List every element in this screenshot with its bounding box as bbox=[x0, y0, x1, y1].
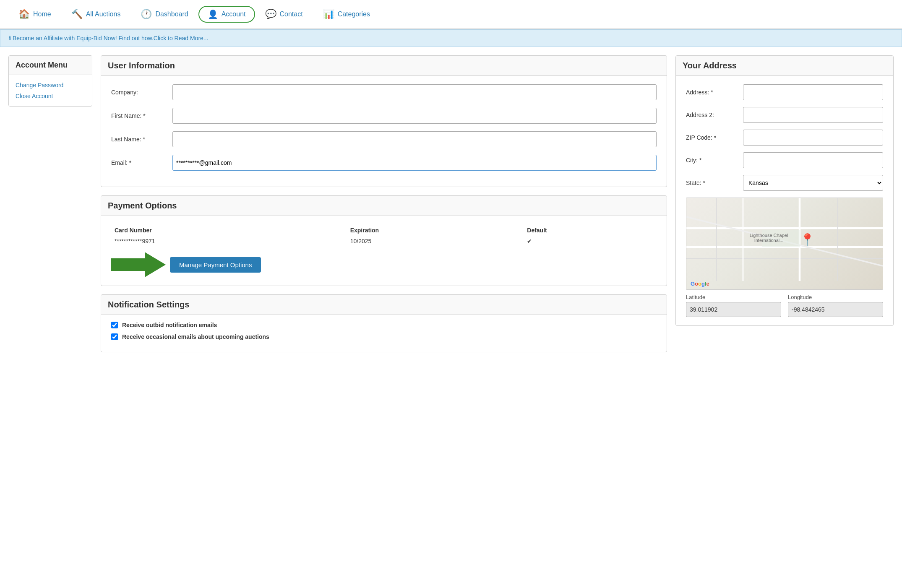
card-number-value: ************9971 bbox=[111, 236, 347, 246]
address1-label: Address: * bbox=[686, 89, 736, 96]
zip-label: ZIP Code: * bbox=[686, 134, 736, 141]
nav-home[interactable]: 🏠 Home bbox=[8, 9, 61, 20]
user-info-body: Company: First Name: * Last Name: * Emai… bbox=[101, 76, 667, 187]
main-container: Account Menu Change Password Close Accou… bbox=[0, 47, 902, 361]
outbid-notification-row: Receive outbid notification emails bbox=[111, 322, 657, 328]
google-logo: Google bbox=[691, 281, 709, 287]
home-icon: 🏠 bbox=[18, 9, 30, 20]
map-pin-icon: 📍 bbox=[800, 233, 815, 247]
notification-settings-section: Notification Settings Receive outbid not… bbox=[101, 294, 667, 352]
city-label: City: * bbox=[686, 157, 736, 164]
longitude-label: Longitude bbox=[788, 294, 883, 300]
email-row: Email: * bbox=[111, 155, 657, 171]
state-label: State: * bbox=[686, 180, 736, 186]
address-body: Address: * Address 2: ZIP Code: * City: … bbox=[676, 76, 893, 325]
longitude-group: Longitude bbox=[788, 294, 883, 317]
default-check: ✔ bbox=[524, 236, 657, 246]
nav-categories-label: Categories bbox=[338, 10, 370, 18]
upcoming-notification-row: Receive occasional emails about upcoming… bbox=[111, 333, 657, 340]
nav-categories[interactable]: 📊 Categories bbox=[313, 9, 380, 20]
latlong-row: Latitude Longitude bbox=[686, 294, 883, 317]
payment-row: ************9971 10/2025 ✔ bbox=[111, 236, 657, 246]
payment-body: Card Number Expiration Default *********… bbox=[101, 216, 667, 286]
payment-table: Card Number Expiration Default *********… bbox=[111, 224, 657, 246]
col-expiration: Expiration bbox=[347, 224, 524, 236]
latitude-label: Latitude bbox=[686, 294, 781, 300]
state-row: State: * KansasAlabamaAlaskaArizonaArkan… bbox=[686, 175, 883, 191]
your-address-section: Your Address Address: * Address 2: ZIP C… bbox=[675, 55, 894, 326]
city-input[interactable] bbox=[743, 152, 883, 168]
nav-account[interactable]: 👤 Account bbox=[198, 6, 255, 23]
col-default: Default bbox=[524, 224, 657, 236]
chat-icon: 💬 bbox=[265, 9, 276, 20]
user-info-header: User Information bbox=[101, 56, 667, 76]
nav-all-auctions-label: All Auctions bbox=[86, 10, 121, 18]
svg-marker-0 bbox=[111, 252, 166, 277]
affiliate-banner[interactable]: ℹ Become an Affiliate with Equip-Bid Now… bbox=[0, 29, 902, 47]
map-place-label: Lighthouse Chapel International... bbox=[750, 233, 788, 243]
manage-payment-container: Manage Payment Options bbox=[111, 252, 657, 277]
green-arrow-icon bbox=[111, 252, 166, 277]
manage-payment-button[interactable]: Manage Payment Options bbox=[170, 257, 261, 273]
expiration-value: 10/2025 bbox=[347, 236, 524, 246]
upcoming-checkbox[interactable] bbox=[111, 333, 118, 340]
nav-dashboard[interactable]: 🕐 Dashboard bbox=[130, 9, 198, 20]
email-label: Email: * bbox=[111, 159, 166, 166]
latitude-group: Latitude bbox=[686, 294, 781, 317]
first-name-label: First Name: * bbox=[111, 112, 166, 119]
notification-header: Notification Settings bbox=[101, 295, 667, 315]
payment-options-section: Payment Options Card Number Expiration D… bbox=[101, 195, 667, 286]
map-container: Lighthouse Chapel International... 📍 Goo… bbox=[686, 198, 883, 290]
sidebar-title: Account Menu bbox=[9, 56, 92, 75]
address1-row: Address: * bbox=[686, 84, 883, 100]
right-column: Your Address Address: * Address 2: ZIP C… bbox=[675, 55, 894, 326]
longitude-input[interactable] bbox=[788, 302, 883, 317]
email-input[interactable] bbox=[172, 155, 657, 171]
last-name-label: Last Name: * bbox=[111, 136, 166, 143]
company-label: Company: bbox=[111, 89, 166, 96]
nav-contact[interactable]: 💬 Contact bbox=[255, 9, 313, 20]
grid-icon: 📊 bbox=[323, 9, 334, 20]
user-information-section: User Information Company: First Name: * … bbox=[101, 55, 667, 187]
nav-home-label: Home bbox=[33, 10, 51, 18]
notification-body: Receive outbid notification emails Recei… bbox=[101, 315, 667, 352]
nav-all-auctions[interactable]: 🔨 All Auctions bbox=[61, 9, 131, 20]
city-row: City: * bbox=[686, 152, 883, 168]
nav-account-label: Account bbox=[222, 10, 246, 18]
sidebar-links: Change Password Close Account bbox=[9, 75, 92, 106]
zip-input[interactable] bbox=[743, 130, 883, 146]
zip-row: ZIP Code: * bbox=[686, 130, 883, 146]
address2-label: Address 2: bbox=[686, 112, 736, 118]
outbid-checkbox[interactable] bbox=[111, 322, 118, 328]
payment-header: Payment Options bbox=[101, 196, 667, 216]
address1-input[interactable] bbox=[743, 84, 883, 100]
last-name-row: Last Name: * bbox=[111, 131, 657, 147]
latitude-input[interactable] bbox=[686, 302, 781, 317]
banner-text: ℹ Become an Affiliate with Equip-Bid Now… bbox=[9, 35, 209, 42]
state-select[interactable]: KansasAlabamaAlaskaArizonaArkansasCalifo… bbox=[743, 175, 883, 191]
company-row: Company: bbox=[111, 84, 657, 100]
upcoming-label: Receive occasional emails about upcoming… bbox=[122, 333, 269, 340]
nav-dashboard-label: Dashboard bbox=[155, 10, 188, 18]
address2-row: Address 2: bbox=[686, 107, 883, 123]
change-password-link[interactable]: Change Password bbox=[16, 82, 85, 88]
clock-icon: 🕐 bbox=[141, 9, 152, 20]
address-header: Your Address bbox=[676, 56, 893, 76]
account-menu-sidebar: Account Menu Change Password Close Accou… bbox=[8, 55, 92, 107]
last-name-input[interactable] bbox=[172, 131, 657, 147]
col-card-number: Card Number bbox=[111, 224, 347, 236]
close-account-link[interactable]: Close Account bbox=[16, 93, 85, 99]
center-column: User Information Company: First Name: * … bbox=[101, 55, 667, 352]
first-name-row: First Name: * bbox=[111, 108, 657, 124]
hammer-icon: 🔨 bbox=[71, 9, 83, 20]
account-person-icon: 👤 bbox=[208, 9, 218, 19]
company-input[interactable] bbox=[172, 84, 657, 100]
first-name-input[interactable] bbox=[172, 108, 657, 124]
nav-contact-label: Contact bbox=[280, 10, 303, 18]
address2-input[interactable] bbox=[743, 107, 883, 123]
navigation: 🏠 Home 🔨 All Auctions 🕐 Dashboard 👤 Acco… bbox=[0, 0, 902, 29]
outbid-label: Receive outbid notification emails bbox=[122, 322, 217, 328]
